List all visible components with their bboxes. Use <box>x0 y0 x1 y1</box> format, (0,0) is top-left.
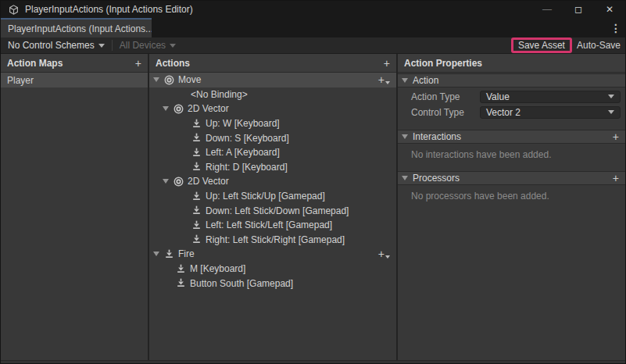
action-row[interactable]: Move+ <box>149 73 396 87</box>
binding-row[interactable]: Down: Left Stick/Down [Gamepad] <box>149 203 396 218</box>
foldout-icon[interactable] <box>153 77 159 82</box>
action-maps-panel: Action Maps + Player <box>1 54 148 362</box>
tree-row-label: <No Binding> <box>191 89 248 100</box>
binding-row[interactable]: Left: A [Keyboard] <box>149 145 396 160</box>
foldout-icon <box>402 176 408 180</box>
action-row[interactable]: 2D Vector <box>149 174 396 189</box>
tree-row-label: Right: Left Stick/Right [Gamepad] <box>206 234 345 245</box>
add-action-map-button[interactable]: + <box>135 58 141 69</box>
tree-row-label: Fire <box>178 248 195 259</box>
action-type-label: Action Type <box>411 91 480 102</box>
action-maps-list: Player <box>1 73 148 87</box>
binding-icon <box>175 277 187 289</box>
chevron-down-icon <box>170 44 176 48</box>
action-section-header[interactable]: Action <box>398 73 625 87</box>
tab-bar: PlayerInputActions (Input Actions... ⋮ <box>1 18 625 37</box>
foldout-icon[interactable] <box>153 252 159 256</box>
tab-player-input-actions[interactable]: PlayerInputActions (Input Actions... <box>1 18 152 37</box>
close-button[interactable]: ✕ <box>594 1 625 18</box>
toolbar: No Control Schemes All Devices Save Asse… <box>1 37 625 54</box>
kebab-menu-icon[interactable]: ⋮ <box>606 18 625 37</box>
tree-row-label: 2D Vector <box>188 176 229 187</box>
chevron-down-icon <box>385 81 390 84</box>
maximize-button[interactable]: ◻ <box>563 1 594 18</box>
binding-icon <box>191 205 202 216</box>
add-binding-button[interactable]: + <box>378 248 390 259</box>
action-type-dropdown[interactable]: Value <box>480 91 621 103</box>
binding-row[interactable]: Up: Left Stick/Up [Gamepad] <box>149 189 396 204</box>
binding-icon <box>191 219 202 231</box>
tree-row-label: Right: D [Keyboard] <box>206 162 288 173</box>
action-properties-panel: Action Properties Action Action Type Val… <box>398 54 625 362</box>
unity-logo-icon <box>8 4 20 16</box>
auto-save-toggle[interactable]: Auto-Save <box>577 40 621 51</box>
binding-row[interactable]: Down: S [Keyboard] <box>149 130 396 145</box>
control-type-label: Control Type <box>411 107 480 118</box>
chevron-down-icon <box>385 255 390 259</box>
processors-section-header[interactable]: Processors + <box>398 171 625 185</box>
tree-row-label: Down: Left Stick/Down [Gamepad] <box>206 205 349 216</box>
control-type-dropdown[interactable]: Vector 2 <box>480 106 621 119</box>
actions-header: Actions + <box>149 54 396 73</box>
interactions-section-header[interactable]: Interactions + <box>398 130 625 144</box>
action-row[interactable]: 2D Vector <box>149 102 396 116</box>
window-title: PlayerInputActions (Input Actions Editor… <box>25 4 193 15</box>
tree-row-label: M [Keyboard] <box>190 263 245 274</box>
binding-icon <box>191 234 202 245</box>
add-interaction-button[interactable]: + <box>613 131 619 142</box>
action-maps-title: Action Maps <box>7 58 63 69</box>
tree-row-label: Down: S [Keyboard] <box>206 133 289 144</box>
binding-icon <box>191 147 202 159</box>
add-binding-button[interactable]: + <box>378 74 390 85</box>
tree-row-label: Up: Left Stick/Up [Gamepad] <box>206 191 325 202</box>
foldout-icon[interactable] <box>163 179 169 184</box>
title-bar: PlayerInputActions (Input Actions Editor… <box>1 1 625 18</box>
binding-row[interactable]: Right: D [Keyboard] <box>149 160 396 175</box>
binding-icon <box>175 263 187 275</box>
binding-row[interactable]: Button South [Gamepad] <box>149 276 396 291</box>
window-bottom-edge <box>1 360 625 363</box>
foldout-icon[interactable] <box>163 106 169 111</box>
tree-row-label: Left: A [Keyboard] <box>206 147 280 158</box>
binding-row[interactable]: Right: Left Stick/Right [Gamepad] <box>149 233 396 248</box>
binding-row[interactable]: M [Keyboard] <box>149 262 396 277</box>
devices-dropdown: All Devices <box>113 37 183 53</box>
action-properties-title: Action Properties <box>404 58 482 69</box>
add-processor-button[interactable]: + <box>613 173 619 184</box>
tree-row-label: Up: W [Keyboard] <box>206 118 280 129</box>
binding-icon <box>191 118 202 130</box>
input-actions-editor-window: PlayerInputActions (Input Actions Editor… <box>0 0 626 364</box>
binding-icon <box>191 161 202 173</box>
action-maps-header: Action Maps + <box>1 54 148 73</box>
actions-tree: Move+<No Binding>2D VectorUp: W [Keyboar… <box>149 73 396 291</box>
interactions-empty-text: No interactions have been added. <box>411 149 621 160</box>
chevron-down-icon <box>608 110 614 114</box>
chevron-down-icon <box>608 95 614 98</box>
foldout-icon <box>402 78 408 83</box>
control-type-row: Control Type Vector 2 <box>411 105 621 119</box>
actions-title: Actions <box>156 58 190 69</box>
tree-row-label: Left: Left Stick/Left [Gamepad] <box>206 219 332 230</box>
chevron-down-icon <box>98 44 105 48</box>
binding-row[interactable]: Left: Left Stick/Left [Gamepad] <box>149 218 396 233</box>
action-target-icon <box>173 103 184 115</box>
actions-panel: Actions + Move+<No Binding>2D VectorUp: … <box>149 54 396 362</box>
processors-empty-text: No processors have been added. <box>411 191 621 202</box>
action-type-row: Action Type Value <box>411 90 621 103</box>
binding-row[interactable]: Up: W [Keyboard] <box>149 116 396 131</box>
save-asset-button[interactable]: Save Asset <box>511 37 572 53</box>
add-action-button[interactable]: + <box>384 58 390 69</box>
control-schemes-dropdown[interactable]: No Control Schemes <box>1 37 112 53</box>
tree-row-label: 2D Vector <box>188 103 229 114</box>
action-row[interactable]: Fire+ <box>149 247 396 262</box>
action-target-icon <box>163 74 175 86</box>
minimize-button[interactable]: — <box>531 1 563 18</box>
binding-icon <box>163 248 175 260</box>
binding-icon <box>191 132 202 144</box>
tree-row-label: Move <box>178 74 201 85</box>
binding-icon <box>191 191 202 202</box>
action-row[interactable]: <No Binding> <box>149 87 396 102</box>
action-map-item[interactable]: Player <box>1 73 148 87</box>
action-target-icon <box>173 176 184 187</box>
action-properties-header: Action Properties <box>398 54 625 73</box>
